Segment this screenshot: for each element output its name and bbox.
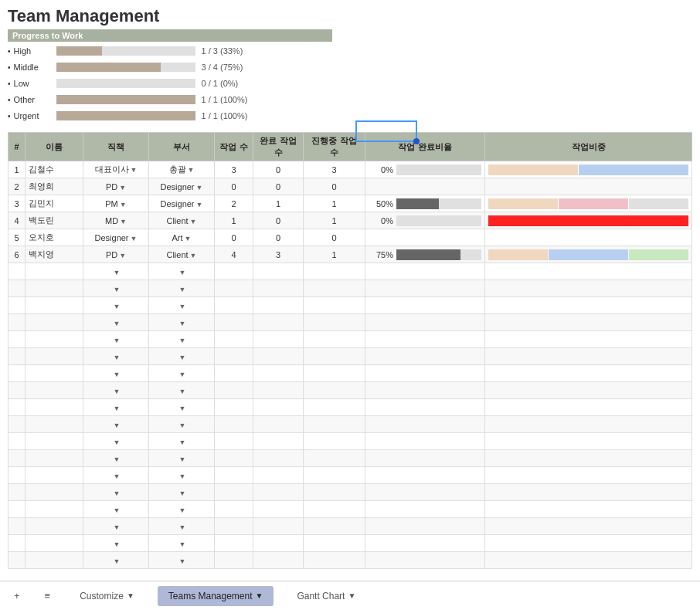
- row-weight: [485, 161, 692, 178]
- row-done-count: 1: [253, 195, 304, 212]
- rate-bar-bg: [396, 164, 481, 175]
- progress-text: 1 / 1 (100%): [202, 111, 271, 120]
- progress-bar-bg: [56, 79, 195, 88]
- row-inprog-count: 1: [304, 246, 365, 263]
- row-num: 5: [8, 229, 25, 246]
- dept-dropdown-arrow: ▼: [190, 252, 197, 259]
- empty-dropdown-arrow: ▼: [114, 371, 121, 378]
- row-done-count: 0: [253, 212, 304, 229]
- table-row: 4백도린MD▼Client▼1010%: [8, 212, 692, 229]
- menu-button[interactable]: ≡: [39, 587, 57, 605]
- row-weight: [485, 246, 692, 263]
- customize-tab[interactable]: Customize ▼: [69, 586, 145, 606]
- empty-dropdown-arrow: ▼: [114, 541, 121, 548]
- progress-bullet: •: [8, 63, 11, 72]
- row-weight: [485, 178, 692, 195]
- rate-text: 0%: [369, 216, 393, 225]
- row-department[interactable]: Client▼: [149, 212, 215, 229]
- progress-row: • Low 0 / 1 (0%): [8, 76, 692, 91]
- legend-box: [355, 120, 417, 142]
- table-row-empty: ▼▼: [8, 552, 692, 569]
- row-department[interactable]: Designer▼: [149, 195, 215, 212]
- empty-dropdown-arrow: ▼: [114, 354, 121, 361]
- row-department[interactable]: Art▼: [149, 229, 215, 246]
- empty-dropdown-arrow: ▼: [179, 422, 186, 429]
- row-position[interactable]: PD▼: [83, 246, 149, 263]
- empty-dropdown-arrow: ▼: [114, 320, 121, 327]
- row-name: 최영희: [25, 178, 83, 195]
- row-completion-rate: 50%: [365, 195, 485, 212]
- teams-management-tab[interactable]: Teams Management ▼: [158, 586, 274, 606]
- row-position[interactable]: MD▼: [83, 212, 149, 229]
- row-weight: [485, 195, 692, 212]
- empty-dropdown-arrow: ▼: [179, 490, 186, 497]
- row-weight: [485, 212, 692, 229]
- weight-segment: [559, 198, 628, 209]
- row-position[interactable]: 대표이사▼: [83, 161, 149, 178]
- row-inprog-count: 1: [304, 212, 365, 229]
- weight-segment: [488, 215, 688, 226]
- row-name: 백지영: [25, 246, 83, 263]
- empty-dropdown-arrow: ▼: [179, 303, 186, 310]
- empty-dropdown-arrow: ▼: [179, 507, 186, 514]
- empty-dropdown-arrow: ▼: [179, 557, 186, 565]
- row-position[interactable]: Designer▼: [83, 229, 149, 246]
- table-row-empty: ▼▼: [8, 331, 692, 348]
- row-name: 김민지: [25, 195, 83, 212]
- row-num: 3: [8, 195, 25, 212]
- rate-text: 50%: [369, 199, 393, 208]
- empty-dropdown-arrow: ▼: [114, 405, 121, 412]
- table-row: 2최영희PD▼Designer▼000: [8, 178, 692, 195]
- progress-label: Urgent: [14, 111, 56, 120]
- table-row-empty: ▼▼: [8, 365, 692, 382]
- dept-dropdown-arrow: ▼: [185, 235, 192, 242]
- gantt-chart-tab[interactable]: Gantt Chart ▼: [286, 586, 366, 606]
- progress-text: 0 / 1 (0%): [202, 79, 271, 88]
- table-row: 1김철수대표이사▼총괄▼3030%: [8, 161, 692, 178]
- row-task-count: 0: [215, 178, 253, 195]
- progress-bar-fill: [56, 95, 195, 104]
- progress-bar-fill: [56, 46, 102, 56]
- dept-dropdown-arrow: ▼: [188, 166, 195, 174]
- table-row-empty: ▼▼: [8, 450, 692, 467]
- row-department[interactable]: 총괄▼: [149, 161, 215, 178]
- row-position[interactable]: PM▼: [83, 195, 149, 212]
- empty-dropdown-arrow: ▼: [179, 286, 186, 293]
- add-button[interactable]: +: [8, 587, 26, 605]
- empty-dropdown-arrow: ▼: [179, 524, 186, 531]
- row-task-count: 2: [215, 195, 253, 212]
- row-weight: [485, 229, 692, 246]
- empty-dropdown-arrow: ▼: [179, 388, 186, 395]
- progress-bar-fill: [56, 63, 161, 72]
- weight-segment: [488, 164, 578, 175]
- row-done-count: 0: [253, 229, 304, 246]
- progress-bar-bg: [56, 46, 195, 56]
- table-row-empty: ▼▼: [8, 382, 692, 399]
- table-row-empty: ▼▼: [8, 501, 692, 518]
- table-row-empty: ▼▼: [8, 314, 692, 331]
- pos-dropdown-arrow: ▼: [119, 184, 126, 191]
- table-header-0: #: [8, 133, 25, 161]
- table-row: 3김민지PM▼Designer▼21150%: [8, 195, 692, 212]
- row-position[interactable]: PD▼: [83, 178, 149, 195]
- empty-dropdown-arrow: ▼: [179, 456, 186, 463]
- row-department[interactable]: Designer▼: [149, 178, 215, 195]
- row-completion-rate: [365, 229, 485, 246]
- progress-bar-fill: [56, 111, 195, 120]
- rate-bar-fill: [396, 249, 460, 260]
- row-department[interactable]: Client▼: [149, 246, 215, 263]
- rate-text: 75%: [369, 250, 393, 259]
- row-inprog-count: 1: [304, 195, 365, 212]
- pos-dropdown-arrow: ▼: [131, 235, 138, 242]
- empty-dropdown-arrow: ▼: [114, 422, 121, 429]
- table-row-empty: ▼▼: [8, 263, 692, 280]
- weight-segment: [629, 249, 688, 260]
- row-inprog-count: 3: [304, 161, 365, 178]
- table-header-3: 부서: [149, 133, 215, 161]
- table-row: 6백지영PD▼Client▼43175%: [8, 246, 692, 263]
- empty-dropdown-arrow: ▼: [114, 439, 121, 446]
- progress-label: High: [14, 46, 56, 56]
- progress-bullet: •: [8, 47, 11, 56]
- row-completion-rate: 0%: [365, 212, 485, 229]
- dept-dropdown-arrow: ▼: [196, 201, 203, 208]
